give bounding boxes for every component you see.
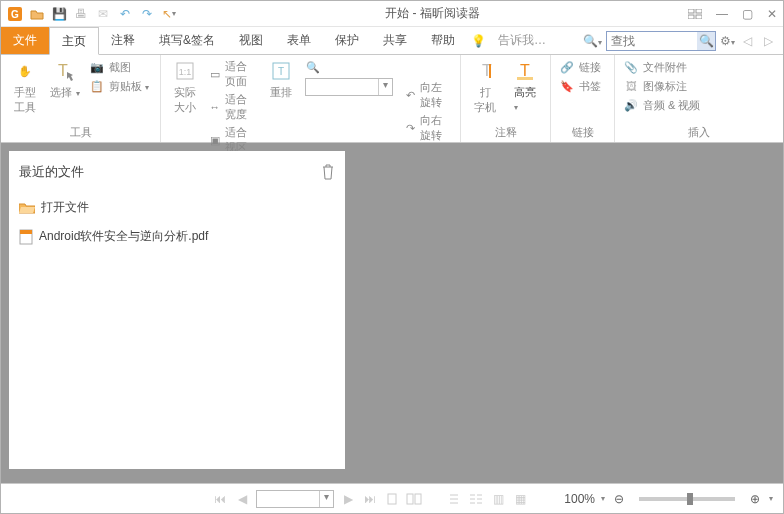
tab-share[interactable]: 共享 [371,27,419,54]
reflow-button[interactable]: T 重排 [265,59,297,100]
audio-icon: 🔊 [623,97,639,113]
close-button[interactable]: ✕ [767,7,777,21]
rotate-right-button[interactable]: ↷向右旋转 [405,113,453,143]
rotate-left-button[interactable]: ↶向左旋转 [405,80,453,110]
maximize-button[interactable]: ▢ [742,7,753,21]
zoom-thumb[interactable] [687,493,693,505]
zoom-percent: 100% [564,492,595,506]
zoom-dropdown-button[interactable]: 🔍 [305,59,393,75]
gear-icon[interactable]: ⚙▾ [720,34,735,48]
tab-home[interactable]: 主页 [49,27,99,55]
select-tool-button[interactable]: T 选择 ▾ [49,59,81,100]
chevron-down-icon[interactable]: ▾ [319,491,333,507]
zoom-slider[interactable] [639,497,735,501]
pdf-file-icon [19,229,33,245]
svg-rect-5 [696,15,702,19]
fit-page-button[interactable]: ▭适合页面 [209,59,257,89]
tab-view[interactable]: 视图 [227,27,275,54]
fit-width-icon: ↔ [209,99,221,115]
clipboard-button[interactable]: 📋剪贴板 ▾ [89,78,149,94]
image-icon: 🖼 [623,78,639,94]
start-panel: 最近的文件 打开文件 Android软件安全与逆向分析.pdf [9,151,345,469]
rotate-right-icon: ↷ [405,120,417,136]
image-annotation-button[interactable]: 🖼图像标注 [623,78,700,94]
tab-fill-sign[interactable]: 填写&签名 [147,27,227,54]
trash-icon[interactable] [321,164,335,180]
view-mode3-icon: ▥ [490,491,506,507]
save-icon[interactable]: 💾 [51,6,67,22]
open-file-item[interactable]: 打开文件 [19,199,335,216]
minimize-button[interactable]: — [716,7,728,21]
snapshot-button[interactable]: 📷截图 [89,59,149,75]
open-icon[interactable] [29,6,45,22]
recent-file-item[interactable]: Android软件安全与逆向分析.pdf [19,228,335,245]
svg-rect-17 [388,494,396,504]
recent-files-heading: 最近的文件 [19,163,84,181]
tab-help[interactable]: 帮助 [419,27,467,54]
svg-text:G: G [11,9,19,20]
first-page-icon: ⏮ [212,491,228,507]
search-input[interactable] [607,34,697,48]
nav-next-icon[interactable]: ▷ [760,34,777,48]
hand-icon: ✋ [13,59,37,83]
search-box[interactable]: 🔍 [606,31,716,51]
svg-text:T: T [277,66,283,77]
highlight-icon: T [513,59,537,83]
attachment-button[interactable]: 📎文件附件 [623,59,700,75]
continuous-icon [446,491,462,507]
view-mode4-icon: ▦ [512,491,528,507]
svg-text:T: T [520,62,530,79]
zoom-input[interactable]: ▾ [305,78,393,96]
document-area: 最近的文件 打开文件 Android软件安全与逆向分析.pdf [1,143,783,483]
prev-page-icon: ◀ [234,491,250,507]
undo-icon[interactable]: ↶ [117,6,133,22]
page-number-input[interactable]: ▾ [256,490,334,508]
bookmark-button[interactable]: 🔖书签 [559,78,601,94]
rotate-left-icon: ↶ [405,87,417,103]
zoom-in-button[interactable]: ⊕ [747,491,763,507]
clipboard-icon: 📋 [89,78,105,94]
fit-width-button[interactable]: ↔适合宽度 [209,92,257,122]
typewriter-button[interactable]: T 打 字机 [469,59,501,115]
actual-size-button[interactable]: 1:1 实际 大小 [169,59,201,115]
highlight-button[interactable]: T 高亮▾ [509,59,541,112]
tell-me-field[interactable]: 告诉我… [490,27,554,54]
search-button[interactable]: 🔍 [697,32,715,50]
zoom-out-icon: 🔍 [305,59,321,75]
chevron-down-icon[interactable]: ▾ [378,79,392,95]
redo-icon[interactable]: ↷ [139,6,155,22]
reflow-icon: T [269,59,293,83]
svg-text:T: T [58,62,68,79]
last-page-icon: ⏭ [362,491,378,507]
mail-icon: ✉ [95,6,111,22]
fit-page-icon: ▭ [209,66,221,82]
facing-page-icon [406,491,422,507]
bookmark-icon: 🔖 [559,78,575,94]
svg-text:1:1: 1:1 [179,67,192,77]
svg-rect-19 [415,494,421,504]
tab-comment[interactable]: 注释 [99,27,147,54]
single-page-icon [384,491,400,507]
window-title: 开始 - 福昕阅读器 [177,5,688,22]
link-button[interactable]: 🔗链接 [559,59,601,75]
next-page-icon: ▶ [340,491,356,507]
tab-form[interactable]: 表单 [275,27,323,54]
adv-search-icon[interactable]: 🔍▾ [583,34,602,48]
zoom-dropdown-icon[interactable]: ▾ [601,494,605,503]
nav-prev-icon[interactable]: ◁ [739,34,756,48]
cursor-dropdown-icon[interactable]: ↖▾ [161,6,177,22]
hand-tool-button[interactable]: ✋ 手型 工具 [9,59,41,115]
group-label-links: 链接 [559,123,606,140]
group-label-comment: 注释 [469,123,542,140]
ribbon-mode-icon[interactable] [688,9,702,19]
select-icon: T [53,59,77,83]
print-icon[interactable]: 🖶 [73,6,89,22]
tab-file[interactable]: 文件 [1,27,49,54]
zoom-out-button[interactable]: ⊖ [611,491,627,507]
audio-video-button[interactable]: 🔊音频 & 视频 [623,97,700,113]
continuous-facing-icon [468,491,484,507]
zoom-menu-icon[interactable]: ▾ [769,494,773,503]
attachment-icon: 📎 [623,59,639,75]
tab-protect[interactable]: 保护 [323,27,371,54]
group-label-insert: 插入 [623,123,775,140]
